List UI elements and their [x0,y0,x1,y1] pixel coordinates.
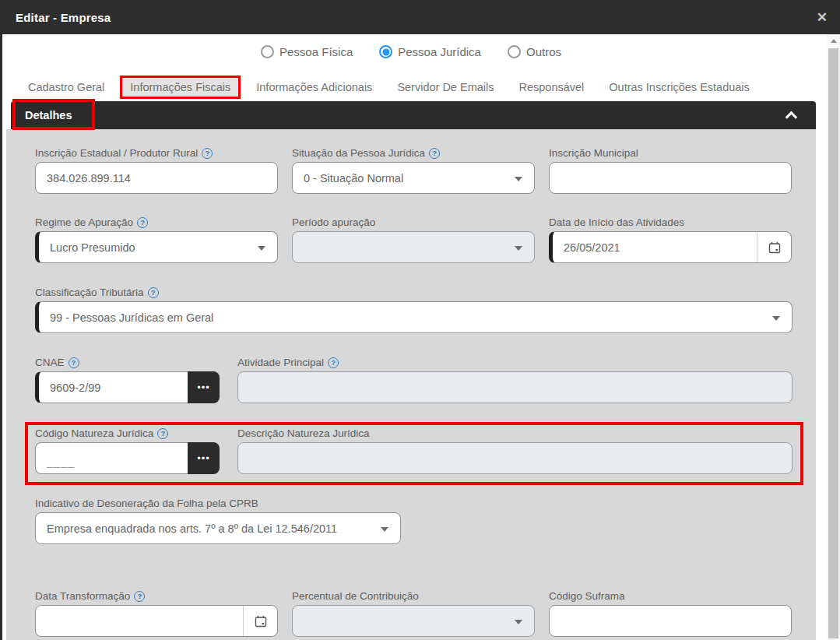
dialog-title: Editar - Empresa [16,11,111,24]
vertical-scrollbar[interactable] [827,34,840,640]
data-transformacao-input[interactable] [35,605,278,637]
chevron-down-icon [772,315,780,320]
help-icon[interactable]: ? [157,428,168,439]
label-text: Situação da Pessoa Jurídica [292,147,425,159]
tab-cadastro-geral[interactable]: Cadastro Geral [19,76,114,98]
label-text: Inscrição Municipal [549,147,638,159]
situacao-pj-select[interactable]: 0 - Situação Normal [292,162,535,194]
label-text: Indicativo de Desoneração da Folha pela … [35,498,258,509]
cnae-input[interactable]: 9609-2/99 [35,371,188,403]
dialog-border [0,0,2,640]
chevron-up-icon[interactable] [786,111,798,123]
field-value: 99 - Pessoas Jurídicas em Geral [50,311,213,324]
cnae-lookup-button[interactable]: ••• [188,371,220,403]
descricao-natureza-juridica-input [237,442,793,474]
help-icon[interactable]: ? [148,287,159,298]
radio-pessoa-juridica[interactable]: Pessoa Jurídica [379,45,481,58]
calendar-icon[interactable] [757,232,791,262]
close-icon[interactable]: ✕ [817,11,828,24]
radio-circle-icon[interactable] [261,45,274,58]
radio-label: Outros [526,45,561,58]
form-panel: Inscrição Estadual / Produtor Rural ? 38… [6,129,816,640]
field-label: Percentual de Contribuição [292,590,535,602]
chevron-down-icon [515,245,522,250]
field-label: Indicativo de Desoneração da Folha pela … [35,498,401,509]
label-text: Regime de Apuração [35,216,133,228]
regime-apuracao-select[interactable]: Lucro Presumido [35,231,278,263]
tab-responsavel[interactable]: Responsável [509,76,593,98]
field-label: Descrição Natureza Jurídica [237,427,793,439]
help-icon[interactable]: ? [69,357,79,368]
field-label: Código Natureza Jurídica ? [35,427,220,439]
field-label: CNAE ? [35,357,220,368]
scrollbar-thumb[interactable] [828,48,838,638]
natureza-juridica-lookup-button[interactable]: ••• [188,442,220,474]
field-value: 26/05/2021 [564,241,620,254]
chevron-down-icon [515,176,522,181]
radio-outros[interactable]: Outros [508,45,561,58]
radio-label: Pessoa Física [279,45,353,58]
field-label: Código Suframa [549,590,792,602]
data-inicio-atividades-input[interactable]: 26/05/2021 [549,231,792,263]
field-label: Atividade Principal ? [237,357,793,368]
tab-outras-inscricoes-estaduais[interactable]: Outras Inscrições Estaduais [599,76,759,98]
field-value: Empresa enquadrada nos arts. 7º a 8º da … [47,522,337,535]
atividade-principal-input [237,371,793,403]
label-text: Percentual de Contribuição [292,590,419,602]
field-label: Data Transformação ? [35,590,278,602]
chevron-down-icon [515,619,522,624]
tab-informacoes-fiscais[interactable]: Informações Fiscais [120,76,241,99]
field-label: Inscrição Municipal [549,147,792,159]
indicativo-cprb-select[interactable]: Empresa enquadrada nos arts. 7º a 8º da … [35,512,401,544]
help-icon[interactable]: ? [328,357,339,368]
help-icon[interactable]: ? [137,217,148,228]
entity-type-radio-group: Pessoa Física Pessoa Jurídica Outros [0,45,822,58]
help-icon[interactable]: ? [429,148,440,159]
classificacao-tributaria-select[interactable]: 99 - Pessoas Jurídicas em Geral [35,301,793,333]
tab-informacoes-adicionais[interactable]: Informações Adicionais [247,76,381,98]
field-label: Período apuração [292,216,535,228]
calendar-icon[interactable] [243,606,277,636]
field-label: Inscrição Estadual / Produtor Rural ? [35,147,278,159]
dialog-titlebar: Editar - Empresa ✕ [0,0,840,34]
field-label: Data de Início das Atividades [549,216,792,228]
periodo-apuracao-select [292,231,535,263]
field-value: 0 - Situação Normal [304,172,403,185]
chevron-down-icon [258,245,265,250]
tab-bar: Cadastro Geral Informações Fiscais Infor… [19,76,805,99]
label-text: Código Natureza Jurídica [35,427,153,439]
field-label: Classificação Tributária ? [35,287,793,298]
label-text: Inscrição Estadual / Produtor Rural [35,147,198,159]
label-text: Código Suframa [549,590,625,602]
field-value: Lucro Presumido [50,241,135,254]
label-text: Atividade Principal [237,357,324,368]
chevron-down-icon [381,526,388,531]
label-text: Data Transformação [35,590,130,602]
label-text: Descrição Natureza Jurídica [237,427,370,439]
field-value: 9609-2/99 [50,382,100,394]
mask-placeholder: ____ [47,455,75,473]
label-text: CNAE [35,357,65,368]
help-icon[interactable]: ? [134,591,145,602]
label-text: Classificação Tributária [35,287,144,298]
tab-servidor-de-emails[interactable]: Servidor De Emails [388,76,503,98]
inscricao-estadual-input[interactable]: 384.026.899.114 [35,162,278,194]
scroll-up-icon[interactable] [827,34,840,47]
radio-circle-icon[interactable] [508,45,521,58]
radio-label: Pessoa Jurídica [398,45,481,58]
codigo-natureza-juridica-input[interactable]: ____ [35,442,188,474]
label-text: Data de Início das Atividades [549,216,684,228]
help-icon[interactable]: ? [202,148,213,159]
codigo-suframa-input[interactable] [549,605,792,637]
radio-circle-icon[interactable] [379,45,392,58]
inscricao-municipal-input[interactable] [549,162,792,194]
field-label: Situação da Pessoa Jurídica ? [292,147,535,159]
field-label: Regime de Apuração ? [35,216,278,228]
percentual-contribuicao-select [292,605,535,637]
radio-pessoa-fisica[interactable]: Pessoa Física [261,45,353,58]
edit-company-dialog: Editar - Empresa ✕ Pessoa Física Pessoa … [0,0,840,640]
section-title: Detalhes [25,109,72,121]
label-text: Período apuração [292,216,375,228]
field-value: 384.026.899.114 [47,172,131,185]
section-header-detalhes[interactable]: Detalhes [11,101,816,129]
